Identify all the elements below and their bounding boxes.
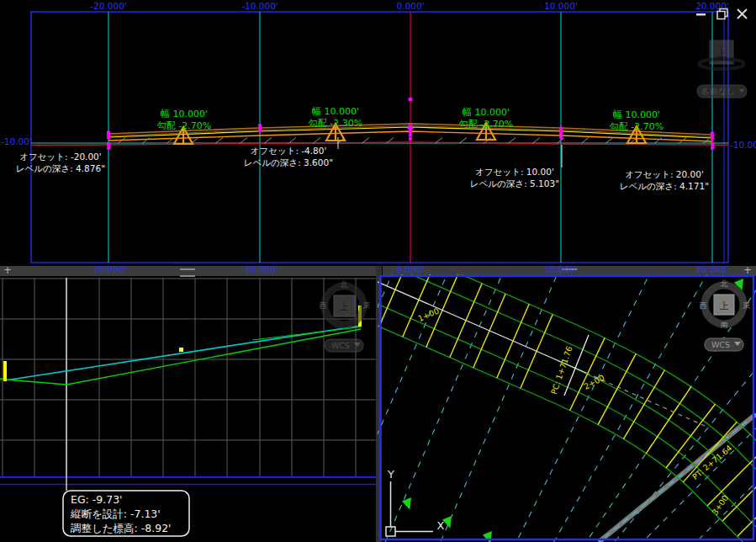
ruler-label: -10.000': [241, 1, 278, 11]
ucs-y-label: Y: [387, 468, 394, 481]
viewcube-top-face: 上: [340, 301, 349, 312]
viewcube-west-label: 西: [700, 301, 707, 310]
right-elevation-label: -10.00': [730, 140, 756, 150]
viewcube-west-label: 西: [320, 301, 327, 310]
ruler-label: 10.000': [544, 1, 578, 11]
next-tangent-line: [599, 414, 756, 542]
plan-viewport[interactable]: 1+00 PC: 1+71.76 2+00 PT: 2+71.64 3+00 上…: [378, 274, 756, 542]
profile-lines: [0, 326, 361, 385]
viewcube-east-label: 東: [743, 301, 751, 310]
ruler-label: 10.000': [544, 264, 578, 274]
tooltip-eg-value: EG: -9.73': [71, 493, 123, 506]
plan-viewcube[interactable]: 上 北 南 西 東: [700, 279, 751, 329]
section-viewcube[interactable]: 上: [699, 40, 744, 69]
tooltip-adjusted-value: 調整した標高: -8.92': [71, 522, 172, 534]
ucs-x-label: X: [437, 519, 445, 532]
offset-label: オフセット: -4.80': [251, 146, 327, 156]
section-ruler-bottom: -20.000' -10.000' 0.000' 10.000' 20.000': [90, 264, 729, 274]
view-selector-dropdown[interactable]: 名前なし: [697, 85, 747, 98]
viewcube-south-label: 南: [721, 321, 728, 329]
close-button[interactable]: [737, 9, 747, 19]
elevation-tooltip: EG: -9.73' 縦断を設計: -7.13' 調整した標高: -8.92': [63, 491, 189, 536]
left-elevation-label: -10.00': [1, 136, 32, 146]
width-label: 幅 10.000': [312, 106, 359, 117]
depth-label: レベルの深さ: 4.876": [16, 163, 105, 173]
view-selector-label: 名前なし: [701, 87, 735, 96]
wcs-label: WCS: [711, 340, 730, 349]
label-leader-lines: [338, 137, 562, 167]
profile-viewport[interactable]: 上 北 西 東 WCS EG: -9.73' 縦断を設計: -7.13' 調整し…: [0, 276, 377, 542]
slope-label: 勾配 -2.70%: [157, 120, 211, 131]
plan-wcs-dropdown[interactable]: WCS: [705, 338, 743, 351]
profile-datum-axis: [0, 477, 376, 485]
width-label: 幅 10.000': [613, 109, 660, 120]
civil3d-section-editor: + +: [0, 0, 756, 542]
ruler-label: -10.000': [241, 264, 278, 274]
slope-label: 勾配 -2.30%: [309, 118, 362, 129]
slope-label: 勾配 -2.70%: [610, 121, 663, 132]
slope-label: 勾配 -2.70%: [459, 119, 513, 130]
offset-label: オフセット: 10.00': [475, 167, 554, 177]
alignment-tangent: [378, 279, 705, 426]
viewcube-east-label: 東: [363, 301, 371, 310]
minimize-button[interactable]: [696, 13, 706, 16]
viewcube-north-label: 北: [341, 280, 348, 289]
profile-station-markers[interactable]: [3, 306, 362, 381]
depth-label: レベルの深さ: 5.103": [470, 178, 559, 189]
wcs-label: WCS: [331, 341, 350, 350]
station-label: 1+00: [416, 306, 440, 323]
width-label: 幅 10.000': [161, 109, 208, 120]
offset-label: オフセット: -20.00': [19, 151, 101, 162]
ruler-label: -20.000': [90, 264, 126, 274]
ruler-label: -20.000': [90, 1, 126, 11]
profile-viewcube[interactable]: 上 北 西 東: [320, 280, 371, 325]
ruler-label: 0.000': [397, 264, 425, 274]
offset-label: オフセット: 20.00': [625, 169, 704, 179]
profile-wcs-dropdown[interactable]: WCS: [325, 339, 363, 352]
station-label: 3+00: [710, 493, 730, 517]
viewcube-top-face: 上: [720, 300, 729, 311]
ruler-label: 20.000': [695, 264, 729, 274]
offset-depth-annotations: オフセット: -20.00' レベルの深さ: 4.876" オフセット: -4.…: [16, 146, 709, 191]
depth-label: レベルの深さ: 3.600": [244, 157, 333, 167]
station-label: 2+00: [582, 373, 605, 391]
viewcube-north-label: 北: [721, 279, 728, 288]
tooltip-design-value: 縦断を設計: -7.13': [70, 507, 161, 520]
width-label: 幅 10.000': [463, 107, 510, 118]
depth-label: レベルの深さ: 4.171": [620, 181, 709, 191]
ruler-label: 0.000': [397, 1, 425, 11]
section-frame: [31, 12, 728, 263]
section-viewport[interactable]: -20.000' -10.000' 0.000' 10.000' 20.000'…: [0, 0, 756, 278]
section-ruler-top: -20.000' -10.000' 0.000' 10.000' 20.000': [90, 1, 729, 11]
ucs-icon: Y X: [386, 468, 445, 536]
flow-direction-arrows: [400, 275, 748, 542]
